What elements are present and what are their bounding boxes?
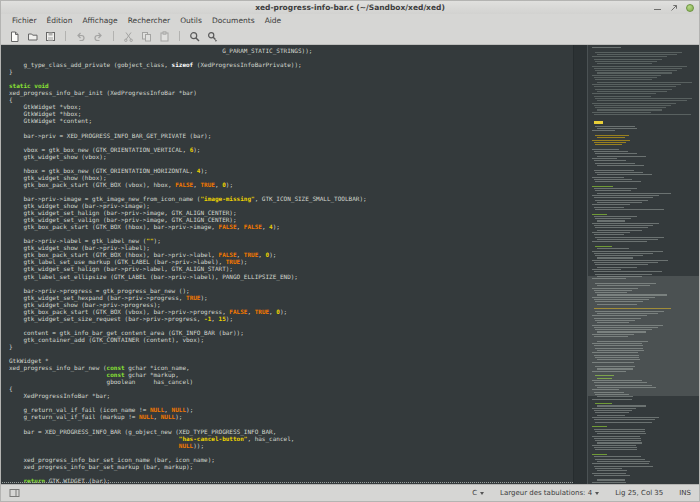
code-line [9, 230, 573, 237]
code-line: gtk_box_pack_start (GTK_BOX (vbox), hbox… [9, 181, 573, 188]
find-button[interactable] [188, 30, 201, 43]
redo-button[interactable] [92, 30, 105, 43]
menu-item-aide[interactable]: Aide [260, 14, 287, 28]
code-line [9, 54, 573, 61]
code-line: static void [9, 82, 573, 89]
code-line: const gchar *markup, [9, 371, 573, 378]
code-line: gtk_container_add (GTK_CONTAINER (conten… [9, 336, 573, 343]
code-line: gtk_box_pack_start (GTK_BOX (hbox), bar-… [9, 251, 573, 258]
code-line: GtkWidget *hbox; [9, 110, 573, 117]
chevron-down-icon [480, 492, 484, 495]
code-line: gboolean has_cancel) [9, 378, 573, 385]
menu-item-affichage[interactable]: Affichage [77, 14, 122, 28]
code-line: gtk_box_pack_start (GTK_BOX (vbox), bar-… [9, 308, 573, 315]
code-line: gtk_widget_show (bar->priv->label); [9, 244, 573, 251]
code-line [9, 160, 573, 167]
code-line [9, 322, 573, 329]
code-line: gtk_widget_show (hbox); [9, 174, 573, 181]
code-line [9, 470, 573, 477]
minimap[interactable] [588, 45, 699, 484]
toolbar-separator [113, 31, 114, 41]
code-line: gtk_widget_set_halign (bar->priv->label,… [9, 265, 573, 272]
code-line: xed_progress_info_bar_set_icon_name (bar… [9, 456, 573, 463]
code-line: } [9, 68, 573, 75]
code-line: content = gtk_info_bar_get_content_area … [9, 329, 573, 336]
minimize-button[interactable] [653, 3, 662, 12]
code-line: gtk_widget_show (bar->priv->progress); [9, 301, 573, 308]
cut-button[interactable] [122, 30, 135, 43]
minimap-viewport[interactable] [588, 276, 699, 396]
code-line: GtkWidget *vbox; [9, 103, 573, 110]
toolbar [1, 28, 699, 45]
code-line: g_type_class_add_private (gobject_class,… [9, 61, 573, 68]
bottom-panel-toggle-button[interactable] [9, 488, 20, 498]
menu-item-rechercher[interactable]: Rechercher [123, 14, 175, 28]
code-line: gtk_widget_set_valign (bar->priv->image,… [9, 216, 573, 223]
window-title: xed-progress-info-bar.c (~/Sandbox/xed/x… [1, 1, 699, 14]
code-line: hbox = gtk_box_new (GTK_ORIENTATION_HORI… [9, 167, 573, 174]
code-line: bar->priv = XED_PROGRESS_INFO_BAR_GET_PR… [9, 132, 573, 139]
code-line: bar->priv->label = gtk_label_new (""); [9, 237, 573, 244]
menubar: FichierÉditionAffichageRechercherOutilsD… [1, 14, 699, 28]
code-line: "has-cancel-button", has_cancel, [9, 435, 573, 442]
code-line [9, 399, 573, 406]
toolbar-separator [179, 31, 180, 41]
code-line: XedProgressInfoBar *bar; [9, 392, 573, 399]
tab-width-dropdown[interactable]: Largeur des tabulations: 4 [500, 489, 599, 497]
open-button[interactable] [26, 30, 39, 43]
code-line: xed_progress_info_bar_init (XedProgressI… [9, 89, 573, 96]
toolbar-separator [65, 31, 66, 41]
cursor-position: Lig 25, Col 35 [615, 489, 663, 497]
code-line [9, 188, 573, 195]
code-line [9, 75, 573, 82]
code-editor[interactable]: G_PARAM_STATIC_STRINGS)); g_type_class_a… [1, 45, 573, 484]
code-line [9, 449, 573, 456]
code-line: bar->priv->progress = gtk_progress_bar_n… [9, 287, 573, 294]
language-dropdown[interactable]: C [472, 489, 484, 497]
paste-button[interactable] [158, 30, 171, 43]
copy-button[interactable] [140, 30, 153, 43]
code-line: gtk_widget_set_hexpand (bar->priv->progr… [9, 294, 573, 301]
code-line: NULL)); [9, 442, 573, 449]
code-line: GtkWidget *content; [9, 117, 573, 124]
code-line: xed_progress_info_bar_set_markup (bar, m… [9, 463, 573, 470]
menu-item-fichier[interactable]: Fichier [7, 14, 42, 28]
undo-button[interactable] [74, 30, 87, 43]
code-line: vbox = gtk_box_new (GTK_ORIENTATION_VERT… [9, 146, 573, 153]
new-document-button[interactable] [8, 30, 21, 43]
find-replace-button[interactable] [206, 30, 219, 43]
code-area[interactable]: G_PARAM_STATIC_STRINGS)); g_type_class_a… [1, 45, 573, 484]
code-line: gtk_box_pack_start (GTK_BOX (hbox), bar-… [9, 223, 573, 230]
code-line: g_return_val_if_fail (icon_name != NULL,… [9, 406, 573, 413]
code-line: gtk_label_set_ellipsize (GTK_LABEL (bar-… [9, 273, 573, 280]
menu-item-edition[interactable]: Édition [42, 14, 78, 28]
editor-main: G_PARAM_STATIC_STRINGS)); g_type_class_a… [1, 45, 699, 484]
code-line: gtk_label_set_use_markup (GTK_LABEL (bar… [9, 258, 573, 265]
code-line: { [9, 96, 573, 103]
code-line: gtk_widget_set_size_request (bar->priv->… [9, 315, 573, 322]
code-line: { [9, 385, 573, 392]
code-line: xed_progress_info_bar_new (const gchar *… [9, 364, 573, 371]
close-button[interactable] [685, 3, 694, 12]
menu-item-documents[interactable]: Documents [207, 14, 260, 28]
menu-item-outils[interactable]: Outils [175, 14, 207, 28]
xed-window: xed-progress-info-bar.c (~/Sandbox/xed/x… [0, 0, 700, 502]
code-line: gtk_widget_set_halign (bar->priv->image,… [9, 209, 573, 216]
language-label: C [472, 489, 477, 497]
code-line: bar->priv->image = gtk_image_new_from_ic… [9, 195, 573, 202]
vertical-scrollbar[interactable] [573, 45, 588, 484]
code-bottom-divider [2, 482, 573, 483]
code-line: gtk_widget_show (vbox); [9, 153, 573, 160]
insert-mode-indicator: INS [679, 489, 691, 497]
code-line [9, 350, 573, 357]
save-button[interactable] [44, 30, 57, 43]
code-line: } [9, 343, 573, 350]
code-line: GtkWidget * [9, 357, 573, 364]
code-line [9, 280, 573, 287]
minimap-content [592, 47, 697, 484]
code-line [9, 139, 573, 146]
code-line: g_return_val_if_fail (markup != NULL, NU… [9, 413, 573, 420]
titlebar: xed-progress-info-bar.c (~/Sandbox/xed/x… [1, 1, 699, 14]
chevron-down-icon [595, 492, 599, 495]
maximize-button[interactable] [669, 3, 678, 12]
